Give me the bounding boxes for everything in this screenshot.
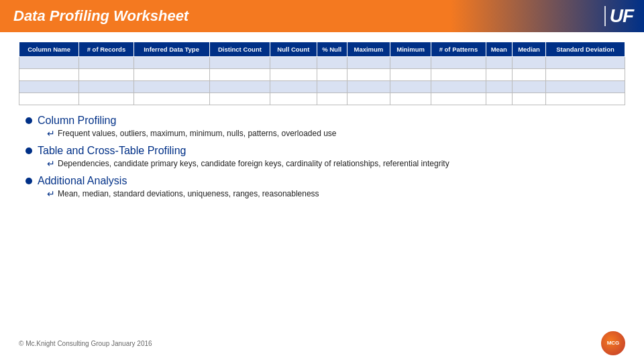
table-cell	[347, 81, 390, 93]
header-bar: Data Profiling Worksheet UF	[0, 0, 644, 32]
bullet-dot-icon	[25, 178, 32, 184]
table-cell	[133, 93, 209, 105]
table-cell	[513, 69, 546, 81]
bullet-label: Table and Cross-Table Profiling	[38, 145, 186, 157]
bullet-sub-text: Frequent values, outliers, maximum, mini…	[58, 128, 337, 139]
logo-area: UF	[604, 0, 633, 32]
table-cell	[209, 69, 270, 81]
table-cell	[486, 57, 512, 69]
table-header-row: Column Name # of Records Inferred Data T…	[19, 42, 625, 57]
table-cell	[347, 93, 390, 105]
curly-arrow-icon: ↵	[47, 127, 55, 141]
table-row	[19, 81, 625, 93]
table-cell	[513, 57, 546, 69]
table-cell	[79, 57, 133, 69]
table-cell	[317, 57, 347, 69]
table-cell	[270, 93, 317, 105]
mcg-logo: MCG	[601, 331, 625, 355]
table-cell	[390, 57, 431, 69]
page-title: Data Profiling Worksheet	[13, 7, 189, 25]
uf-logo: UF	[610, 5, 633, 27]
table-cell	[209, 81, 270, 93]
bullet-label: Column Profiling	[38, 115, 116, 127]
table-cell	[390, 93, 431, 105]
footer: © Mc.Knight Consulting Group January 201…	[0, 331, 644, 355]
table-cell	[546, 81, 625, 93]
table-cell	[133, 69, 209, 81]
table-cell	[317, 81, 347, 93]
table-cell	[431, 81, 486, 93]
table-cell	[19, 69, 79, 81]
col-minimum: Minimum	[390, 42, 431, 57]
table-cell	[546, 93, 625, 105]
table-cell	[270, 69, 317, 81]
copyright-text: © Mc.Knight Consulting Group January 201…	[19, 340, 152, 347]
table-cell	[390, 69, 431, 81]
table-cell	[133, 81, 209, 93]
col-mean: Mean	[486, 42, 512, 57]
table-row	[19, 57, 625, 69]
curly-arrow-icon: ↵	[47, 188, 55, 201]
bullet-sub-text: Dependencies, candidate primary keys, ca…	[58, 158, 449, 170]
table-cell	[347, 69, 390, 81]
table-cell	[390, 81, 431, 93]
col-distinct-count: Distinct Count	[209, 42, 270, 57]
bullet-sub: ↵Dependencies, candidate primary keys, c…	[25, 158, 625, 171]
col-pct-null: % Null	[317, 42, 347, 57]
table-cell	[133, 57, 209, 69]
bullet-dot-icon	[25, 117, 32, 124]
table-cell	[347, 57, 390, 69]
bullet-label: Additional Analysis	[38, 175, 127, 187]
content-area: Column Name # of Records Inferred Data T…	[0, 32, 644, 211]
table-cell	[486, 69, 512, 81]
table-cell	[209, 93, 270, 105]
table-cell	[317, 93, 347, 105]
table-cell	[431, 93, 486, 105]
bullet-main-text: Column Profiling	[25, 115, 625, 127]
data-profiling-table: Column Name # of Records Inferred Data T…	[19, 42, 625, 105]
slide: Data Profiling Worksheet UF Column Name …	[0, 0, 644, 362]
col-inferred-data-type: Inferred Data Type	[133, 42, 209, 57]
col-maximum: Maximum	[347, 42, 390, 57]
table-cell	[317, 69, 347, 81]
mcg-text: MCG	[607, 341, 620, 347]
table-cell	[79, 93, 133, 105]
bullet-sub-text: Mean, median, standard deviations, uniqu…	[58, 188, 319, 200]
table-wrapper: Column Name # of Records Inferred Data T…	[19, 42, 625, 105]
table-cell	[486, 93, 512, 105]
curly-arrow-icon: ↵	[47, 158, 55, 171]
bullet-item: Column Profiling↵Frequent values, outlie…	[25, 115, 625, 141]
bullet-main-text: Additional Analysis	[25, 175, 625, 187]
bullets-section: Column Profiling↵Frequent values, outlie…	[19, 112, 625, 200]
table-cell	[513, 81, 546, 93]
table-cell	[431, 69, 486, 81]
bullet-item: Additional Analysis↵Mean, median, standa…	[25, 175, 625, 201]
table-cell	[19, 81, 79, 93]
table-cell	[209, 57, 270, 69]
table-cell	[19, 93, 79, 105]
table-cell	[270, 57, 317, 69]
mcg-logo-circle: MCG	[601, 331, 625, 355]
table-row	[19, 93, 625, 105]
bullet-dot-icon	[25, 147, 32, 154]
table-cell	[546, 57, 625, 69]
table-cell	[19, 57, 79, 69]
bullet-item: Table and Cross-Table Profiling↵Dependen…	[25, 145, 625, 171]
col-num-patterns: # of Patterns	[431, 42, 486, 57]
table-cell	[546, 69, 625, 81]
table-cell	[270, 81, 317, 93]
bullet-sub: ↵Mean, median, standard deviations, uniq…	[25, 188, 625, 201]
table-cell	[486, 81, 512, 93]
table-cell	[431, 57, 486, 69]
table-cell	[79, 81, 133, 93]
table-cell	[513, 93, 546, 105]
col-column-name: Column Name	[19, 42, 79, 57]
col-median: Median	[513, 42, 546, 57]
bullet-sub: ↵Frequent values, outliers, maximum, min…	[25, 128, 625, 141]
header-divider	[604, 6, 606, 26]
col-std-dev: Standard Deviation	[546, 42, 625, 57]
bullet-main-text: Table and Cross-Table Profiling	[25, 145, 625, 157]
table-row	[19, 69, 625, 81]
table-cell	[79, 69, 133, 81]
col-num-records: # of Records	[79, 42, 133, 57]
